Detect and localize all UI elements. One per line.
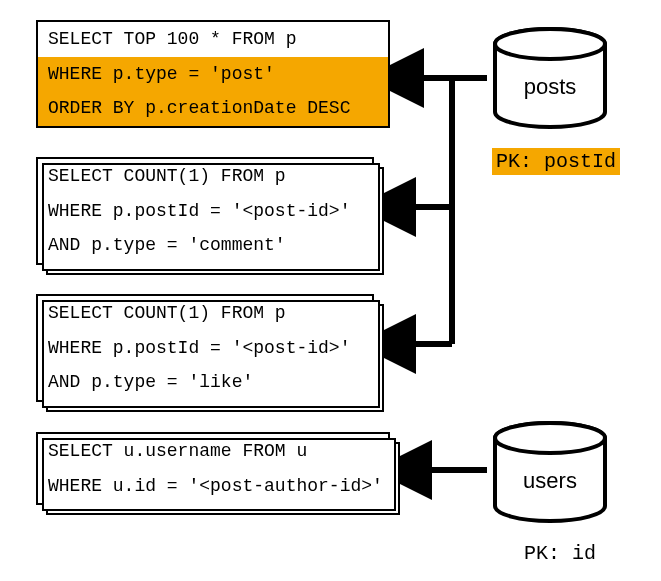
query-box-4: SELECT u.username FROM u WHERE u.id = '<… <box>36 432 390 505</box>
diagram-canvas: SELECT TOP 100 * FROM p WHERE p.type = '… <box>0 0 661 581</box>
pk-label-posts: PK: postId <box>492 148 620 175</box>
database-cylinder-icon: posts <box>490 26 610 130</box>
database-label: posts <box>524 74 577 99</box>
query-line: AND p.type = 'like' <box>38 365 372 400</box>
database-users: users <box>490 420 610 524</box>
query-line: WHERE p.postId = '<post-id>' <box>38 331 372 366</box>
query-line: SELECT TOP 100 * FROM p <box>38 22 388 57</box>
svg-point-3 <box>495 423 605 453</box>
query-box-2: SELECT COUNT(1) FROM p WHERE p.postId = … <box>36 157 374 265</box>
query-line: WHERE p.postId = '<post-id>' <box>38 194 372 229</box>
query-line: SELECT COUNT(1) FROM p <box>38 159 372 194</box>
database-label: users <box>523 468 577 493</box>
query-line: AND p.type = 'comment' <box>38 228 372 263</box>
query-line-highlight: WHERE p.type = 'post' <box>38 57 388 92</box>
query-line: SELECT COUNT(1) FROM p <box>38 296 372 331</box>
query-line: WHERE u.id = '<post-author-id>' <box>38 469 388 504</box>
pk-label-users: PK: id <box>520 540 600 567</box>
database-cylinder-icon: users <box>490 420 610 524</box>
query-box-1: SELECT TOP 100 * FROM p WHERE p.type = '… <box>36 20 390 128</box>
query-box-3: SELECT COUNT(1) FROM p WHERE p.postId = … <box>36 294 374 402</box>
database-posts: posts <box>490 26 610 130</box>
query-line: SELECT u.username FROM u <box>38 434 388 469</box>
query-line-highlight: ORDER BY p.creationDate DESC <box>38 91 388 126</box>
svg-point-1 <box>495 29 605 59</box>
